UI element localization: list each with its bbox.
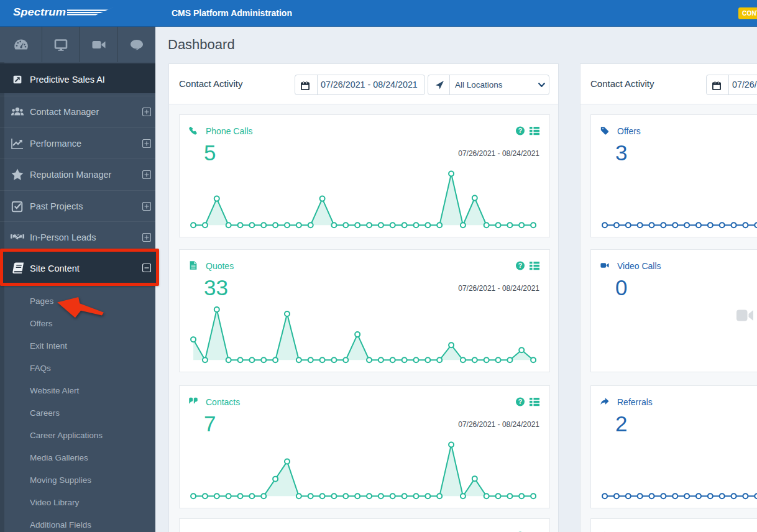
svg-text:Spectrum: Spectrum [13,6,66,18]
